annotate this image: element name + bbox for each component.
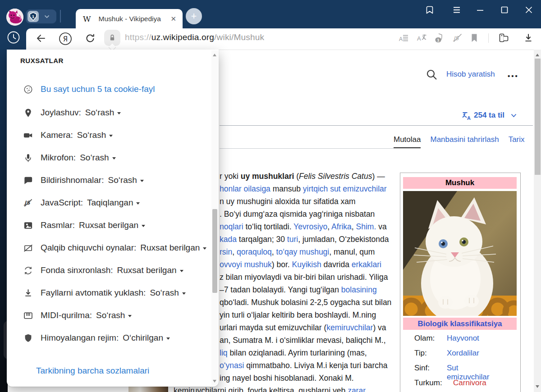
permission-value-dropdown[interactable]: Soʻrash: [96, 310, 125, 320]
dropdown-caret-icon[interactable]: [142, 225, 145, 227]
back-icon[interactable]: [35, 32, 47, 44]
wiki-tab-tarix[interactable]: Tarix: [509, 135, 525, 144]
dropdown-caret-icon[interactable]: [112, 157, 116, 160]
refresh-icon[interactable]: [84, 32, 96, 44]
article-link[interactable]: bolasining: [341, 285, 377, 294]
address-bar[interactable]: https://uz.wikipedia.org/wiki/Mushuk: [125, 32, 264, 42]
permission-label: Fayllarni avtomatik yuklash:: [41, 288, 146, 298]
taxobox-value-link[interactable]: Hayvonot: [447, 334, 479, 343]
permission-value-dropdown[interactable]: Ruxsat berilgan: [117, 265, 177, 275]
article-link[interactable]: kada: [220, 235, 237, 244]
javascript-toolbar-icon[interactable]: JS: [452, 32, 463, 43]
article-link[interactable]: turi: [287, 235, 298, 244]
tab-counter-badge: 1: [28, 11, 39, 22]
article-link[interactable]: Kuyikish: [292, 260, 321, 269]
dropdown-caret-icon[interactable]: [203, 247, 206, 250]
svg-text:JS: JS: [453, 35, 459, 41]
tab-close-icon[interactable]: ✕: [170, 15, 176, 23]
dropdown-caret-icon[interactable]: [180, 270, 183, 272]
article-link[interactable]: erkaklari: [352, 260, 381, 269]
minimize-icon[interactable]: [475, 5, 486, 15]
article-link[interactable]: ovvoyi mushuk: [220, 260, 272, 269]
search-icon[interactable]: [426, 68, 438, 81]
page-scrollbar[interactable]: [534, 50, 541, 392]
taxobox-section-header[interactable]: Biologik klassifikatsiya: [403, 318, 517, 330]
menu-icon[interactable]: [451, 5, 462, 15]
svg-text:A: A: [467, 115, 471, 121]
permission-value-dropdown[interactable]: Taqiqlangan: [87, 198, 133, 208]
translate-icon[interactable]: A: [417, 32, 427, 43]
article-link[interactable]: qoraquloq: [237, 247, 272, 256]
permission-value-dropdown[interactable]: Oʻchirilgan: [123, 333, 163, 343]
permission-value-dropdown[interactable]: Soʻrash: [85, 108, 114, 118]
article-link[interactable]: kemiruvchilar: [326, 323, 373, 332]
active-tab[interactable]: W Mushuk - Vikipediya ✕: [76, 9, 183, 28]
javascript-icon: JS: [23, 197, 33, 208]
dropdown-caret-icon[interactable]: [128, 315, 132, 317]
article-text: . Boʻyi dumgʻaza qismida yagʻriniga nisb…: [220, 210, 375, 219]
article-line: n uy mushugini aloxida tur sifatida xam: [220, 195, 356, 208]
permission-value-dropdown[interactable]: Soʻrash: [80, 153, 109, 163]
taxobox-value-link[interactable]: Carnivora: [453, 378, 486, 387]
article-link[interactable]: rsin: [220, 247, 232, 256]
panel-scrollbar-thumb[interactable]: [212, 209, 217, 293]
permission-value-dropdown[interactable]: Soʻrash: [77, 130, 106, 140]
article-link[interactable]: Shim.: [356, 222, 376, 231]
article-link[interactable]: noqlari: [220, 222, 243, 231]
chevron-down-icon[interactable]: [511, 114, 517, 118]
permission-value-dropdown[interactable]: Soʻrash: [150, 288, 179, 298]
permission-value-dropdown[interactable]: Ruxsat berilgan: [140, 243, 200, 253]
new-tab-button[interactable]: +: [186, 8, 202, 24]
wiki-tab-mutolaa[interactable]: Mutolaa: [394, 135, 421, 144]
reader-mode-icon[interactable]: A: [399, 32, 409, 43]
language-selector[interactable]: 254 ta til: [474, 111, 504, 120]
downloads-icon[interactable]: [523, 32, 534, 43]
svg-text:A: A: [399, 36, 403, 42]
article-line: ovvoyi mushuk) bor. Kuyikish davrida erk…: [220, 258, 381, 271]
scroll-up-arrow-icon[interactable]: [536, 54, 539, 56]
tab-group-pill[interactable]: 1: [26, 9, 56, 23]
protect-shield-icon[interactable]: 1: [434, 32, 445, 43]
all-content-settings-link[interactable]: Tarkibning barcha sozlamalari: [36, 366, 149, 376]
article-link[interactable]: oʻynasi: [220, 361, 244, 370]
permission-value-dropdown[interactable]: Soʻrash: [108, 175, 137, 185]
taxobox-value-link[interactable]: Xordalilar: [447, 349, 479, 358]
collections-icon[interactable]: [497, 32, 510, 43]
dropdown-caret-icon[interactable]: [117, 112, 121, 114]
panel-scrollbar[interactable]: [211, 50, 218, 386]
dropdown-caret-icon[interactable]: [109, 135, 113, 137]
browser-titlebar: 1 W Mushuk - Vikipediya ✕ +: [0, 0, 541, 28]
side-panel-icon[interactable]: [424, 5, 435, 15]
dropdown-caret-icon[interactable]: [166, 337, 170, 340]
article-link[interactable]: honlar oilasiga: [220, 184, 270, 193]
permission-value-dropdown[interactable]: Ruxsat berilgan: [79, 220, 138, 230]
close-icon[interactable]: [523, 5, 534, 15]
article-line: urlari mayda sut emizuvchilar (kemiruvch…: [220, 321, 386, 334]
scroll-down-arrow-icon[interactable]: [536, 385, 539, 388]
scroll-up-arrow-icon[interactable]: [213, 54, 216, 56]
cookies-link[interactable]: Bu sayt uchun 5 ta cookie-fayl: [41, 84, 155, 94]
page-scrollbar-thumb[interactable]: [535, 59, 541, 175]
bookmark-icon[interactable]: [469, 32, 480, 43]
article-link[interactable]: liq: [220, 348, 228, 357]
wiki-tab-manbasini-tahrirlash[interactable]: Manbasini tahrirlash: [430, 135, 499, 144]
dropdown-caret-icon[interactable]: [136, 202, 140, 205]
more-options-icon[interactable]: •••: [508, 72, 519, 80]
article-line: –7 tadan bolalaydi. Yangi tugʻilgan bola…: [220, 283, 377, 296]
article-line: qboʻladi. Mushuk bolasini 2-2,5 oygacha …: [220, 296, 391, 309]
language-icon[interactable]: A: [461, 110, 472, 121]
article-link[interactable]: zarar: [348, 386, 366, 392]
dropdown-caret-icon[interactable]: [140, 180, 144, 182]
dropdown-caret-icon[interactable]: [182, 292, 186, 295]
maximize-icon[interactable]: [499, 5, 510, 15]
article-link[interactable]: Afrika: [331, 222, 352, 231]
article-link[interactable]: toʻqay mushugi: [276, 247, 330, 256]
create-account-link[interactable]: Hisob yaratish: [446, 70, 495, 79]
article-link[interactable]: Yevrosiyo: [293, 222, 327, 231]
article-link[interactable]: yirtqich sut emizuvchilar: [303, 184, 387, 193]
yandex-services-icon[interactable]: Я: [59, 32, 72, 46]
scroll-down-arrow-icon[interactable]: [213, 380, 216, 383]
history-clock-icon[interactable]: [7, 31, 20, 44]
permission-label: Joylashuv:: [41, 108, 81, 118]
profile-avatar[interactable]: [6, 9, 23, 26]
